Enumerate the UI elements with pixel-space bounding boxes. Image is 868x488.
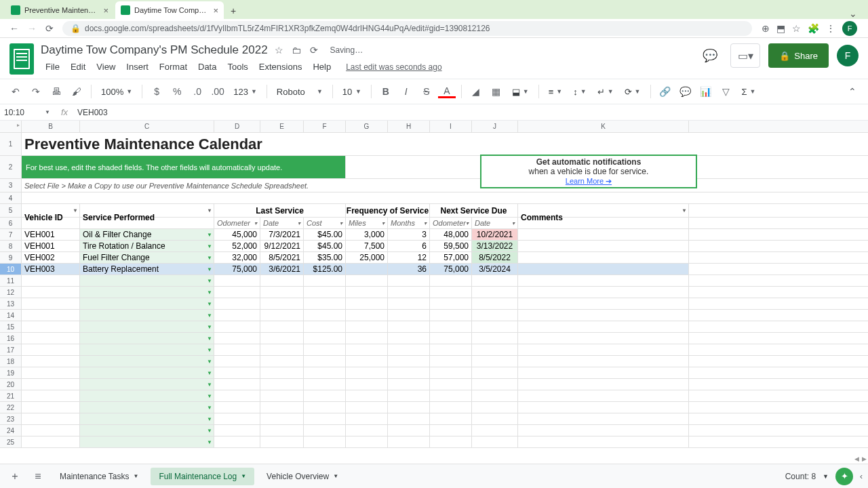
strike-button[interactable]: S <box>418 83 435 100</box>
row-header[interactable]: 17 <box>0 344 22 355</box>
profile-avatar[interactable]: F <box>842 21 857 36</box>
cell-next-date[interactable]: 3/5/2024 <box>472 264 518 274</box>
col-header-k[interactable]: K <box>518 121 689 132</box>
font-size-select[interactable]: 10▼ <box>338 87 366 97</box>
row-header[interactable]: 21 <box>0 390 22 401</box>
th-next-due[interactable]: Next Service Due <box>430 204 518 217</box>
sh-months[interactable]: Months▾ <box>388 218 430 228</box>
share-button[interactable]: 🔒 Share <box>768 43 829 68</box>
col-header-c[interactable]: C <box>80 121 214 132</box>
dropdown-icon[interactable]: ▼ <box>207 289 212 296</box>
menu-tools[interactable]: Tools <box>222 60 252 74</box>
select-all-corner[interactable] <box>0 121 22 132</box>
row-header[interactable]: 20 <box>0 379 22 390</box>
new-tab-button[interactable]: + <box>225 3 241 19</box>
selection-count[interactable]: Count: 8 <box>785 472 816 481</box>
dropdown-icon[interactable]: ▼ <box>207 359 212 365</box>
cell-comments[interactable] <box>518 264 689 274</box>
sh-date[interactable]: Date▾ <box>260 218 304 228</box>
cell-service-empty[interactable]: ▼ <box>80 390 214 401</box>
zoom-icon[interactable]: ⊕ <box>762 23 770 34</box>
print-button[interactable]: 🖶 <box>47 83 65 100</box>
install-icon[interactable]: ⬒ <box>776 23 785 34</box>
cell-next-odo[interactable]: 59,500 <box>430 241 472 251</box>
row-header[interactable]: 10 <box>0 264 22 274</box>
menu-format[interactable]: Format <box>155 60 192 74</box>
cell-comments[interactable] <box>518 229 689 240</box>
dropdown-icon[interactable]: ▼ <box>207 243 212 249</box>
borders-button[interactable]: ▦ <box>488 83 505 100</box>
percent-button[interactable]: % <box>168 83 186 100</box>
sheet-tab-vehicle-overview[interactable]: Vehicle Overview▼ <box>258 468 347 485</box>
row-header[interactable]: 14 <box>0 310 22 321</box>
menu-file[interactable]: File <box>41 60 64 74</box>
cell-next-date[interactable]: 10/2/2021 <box>472 229 518 240</box>
row-header[interactable]: 13 <box>0 298 22 309</box>
cell-cost[interactable]: $45.00 <box>304 241 346 251</box>
wrap-button[interactable]: ↵▼ <box>593 87 618 97</box>
row-header[interactable]: 25 <box>0 436 22 447</box>
row-header[interactable]: 22 <box>0 402 22 413</box>
cell-comments[interactable] <box>518 241 689 251</box>
sh-miles[interactable]: Miles▾ <box>346 218 388 228</box>
reload-button[interactable]: ⟳ <box>41 20 58 37</box>
collapse-toolbar-button[interactable]: ⌃ <box>844 83 861 100</box>
row-header[interactable]: 5 <box>0 204 22 217</box>
present-button[interactable]: ▭▾ <box>730 43 760 68</box>
close-icon[interactable]: × <box>213 5 218 16</box>
cell-months[interactable]: 6 <box>388 241 430 251</box>
cell-service-empty[interactable]: ▼ <box>80 367 214 378</box>
sheet-tab-maintenance-tasks[interactable]: Maintenance Tasks▼ <box>52 468 146 485</box>
sheet-tab-full-log[interactable]: Full Maintenance Log▼ <box>151 468 254 485</box>
row-header[interactable]: 8 <box>0 241 22 251</box>
move-icon[interactable]: 🗀 <box>292 45 301 56</box>
link-button[interactable]: 🔗 <box>656 83 674 100</box>
cell-date[interactable]: 3/6/2021 <box>260 264 304 274</box>
sh-odometer2[interactable]: Odometer▾ <box>430 218 472 228</box>
url-input[interactable]: 🔒 docs.google.com/spreadsheets/d/1fVyIlb… <box>62 21 752 36</box>
cell-service-empty[interactable]: ▼ <box>80 379 214 390</box>
cell-miles[interactable]: 7,500 <box>346 241 388 251</box>
row-header[interactable]: 15 <box>0 321 22 332</box>
cell-comments[interactable] <box>518 252 689 263</box>
currency-button[interactable]: $ <box>148 83 165 100</box>
italic-button[interactable]: I <box>397 83 415 100</box>
hint-bar[interactable]: For best use, edit the shaded fields. Th… <box>22 156 346 178</box>
valign-button[interactable]: ↕▼ <box>569 87 590 97</box>
doc-title[interactable]: Daytime Tow Company's PM Schedule 2022 <box>41 43 268 57</box>
all-sheets-button[interactable]: ≡ <box>28 467 47 486</box>
cell-service-empty[interactable]: ▼ <box>80 413 214 424</box>
row-header[interactable]: 18 <box>0 356 22 367</box>
row-header[interactable]: 2 <box>0 156 22 178</box>
account-avatar[interactable]: F <box>837 45 859 66</box>
rotate-button[interactable]: ⟳▼ <box>620 87 645 97</box>
cell-next-date[interactable]: 3/13/2022 <box>472 241 518 251</box>
row-header[interactable]: 19 <box>0 367 22 378</box>
window-controls[interactable]: ⌄ <box>844 8 863 19</box>
add-sheet-button[interactable]: + <box>5 467 24 486</box>
cell-months[interactable]: 12 <box>388 252 430 263</box>
comment-button[interactable]: 💬 <box>677 83 694 100</box>
forward-button[interactable]: → <box>23 20 41 37</box>
formula-input[interactable]: VEH003 <box>75 108 108 117</box>
dropdown-icon[interactable]: ▼ <box>207 428 212 434</box>
cell-miles[interactable] <box>346 264 388 274</box>
dropdown-icon[interactable]: ▼ <box>207 266 212 272</box>
last-edit-link[interactable]: Last edit was seconds ago <box>341 60 446 74</box>
dropdown-icon[interactable]: ▼ <box>207 301 212 307</box>
cell-service-empty[interactable]: ▼ <box>80 402 214 413</box>
th-last-service[interactable]: Last Service <box>214 204 346 217</box>
more-formats-button[interactable]: 123▼ <box>229 87 261 97</box>
col-header-d[interactable]: D <box>214 121 260 132</box>
row-header[interactable]: 6 <box>0 218 22 228</box>
name-box[interactable]: 10:10▼ <box>0 108 54 117</box>
dropdown-icon[interactable]: ▼ <box>207 439 212 445</box>
cell-odometer[interactable]: 45,000 <box>214 229 260 240</box>
chart-button[interactable]: 📊 <box>697 83 715 100</box>
cell-service[interactable]: Battery Replacement▼ <box>80 264 214 274</box>
cell-months[interactable]: 3 <box>388 229 430 240</box>
comments-icon[interactable]: 💬 <box>698 43 722 68</box>
redo-button[interactable]: ↷ <box>27 83 45 100</box>
cell-odometer[interactable]: 52,000 <box>214 241 260 251</box>
cell-cost[interactable]: $125.00 <box>304 264 346 274</box>
